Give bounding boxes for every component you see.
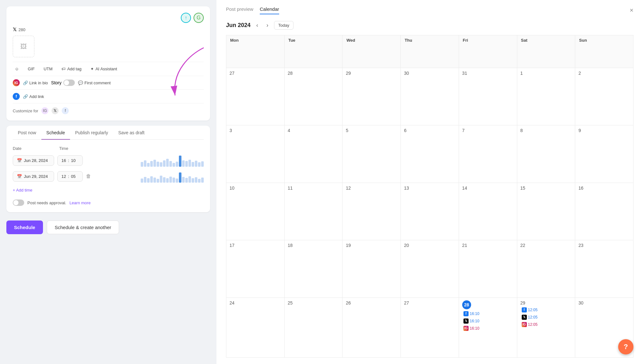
close-button[interactable]: × [630,7,633,14]
bar [144,177,146,183]
cal-cell-jun25[interactable]: 25 [285,298,343,358]
customize-label: Customize for [13,108,38,113]
time-input-2[interactable]: 12 : 05 [57,171,83,182]
cal-cell-jun29[interactable]: 29 f 12:05 𝕏 12:05 IG 12:05 [517,298,576,358]
event-ig-1610-28[interactable]: IG 16:10 [462,325,514,332]
tab-post-preview[interactable]: Post preview [226,6,253,14]
link-in-bio-button[interactable]: 🔗 Link in bio [23,80,48,85]
help-button[interactable]: ? [618,339,633,354]
cal-cell-jun16[interactable]: 16 [575,183,633,241]
cal-cell-jun18[interactable]: 18 [285,240,343,298]
cal-cell-jun6[interactable]: 6 [401,125,459,183]
event-tw-1205-29[interactable]: 𝕏 12:05 [520,314,572,320]
event-time: 12:05 [528,308,538,312]
time-min-1: 10 [71,158,75,163]
add-time-button[interactable]: + Add time [13,186,204,194]
cal-cell-jun3[interactable]: 3 [226,125,285,183]
bar [166,178,169,183]
link-icon: 🔗 [23,80,28,85]
tab-publish-regularly[interactable]: Publish regularly [70,126,113,140]
tab-save-as-draft[interactable]: Save as draft [113,126,150,140]
add-tag-button[interactable]: 🏷 Add tag [60,65,83,73]
bar [150,161,153,167]
cal-cell-jun28[interactable]: 28 f 16:10 𝕏 16:10 IG 16:10 [459,298,517,358]
cal-cell-jun24[interactable]: 24 [226,298,285,358]
cal-cell-jun12[interactable]: 12 [343,183,401,241]
cal-cell-jun4[interactable]: 4 [285,125,343,183]
story-toggle-switch[interactable] [63,80,75,86]
char-count-row: 𝕏 280 [13,27,204,32]
approval-toggle[interactable] [13,200,24,206]
next-month-button[interactable]: › [264,21,271,30]
cal-cell-may31[interactable]: 31 [459,68,517,126]
cal-cell-jun9[interactable]: 9 [575,125,633,183]
gif-button[interactable]: GIF [26,65,37,73]
time-hour-2: 12 [61,174,66,179]
schedule-button[interactable]: Schedule [6,220,43,234]
cal-cell-jun26[interactable]: 26 [343,298,401,358]
cal-cell-jun19[interactable]: 19 [343,240,401,298]
cal-cell-jun2[interactable]: 2 [575,68,633,126]
customize-facebook-icon[interactable]: f [62,107,69,114]
cal-cell-jun14[interactable]: 14 [459,183,517,241]
today-button[interactable]: Today [274,21,293,30]
cal-cell-jun7[interactable]: 7 [459,125,517,183]
event-tw-1610-28[interactable]: 𝕏 16:10 [462,318,514,324]
date-input-1[interactable]: 📅 Jun 28, 2024 [13,155,54,166]
customize-x-icon[interactable]: 𝕏 [52,107,59,114]
delete-time-2-button[interactable]: 🗑 [86,173,91,179]
tab-schedule[interactable]: Schedule [41,126,70,140]
calendar-grid: Mon Tue Wed Thu Fri Sat Sun 27 28 29 30 … [226,35,633,358]
cal-cell-may30[interactable]: 30 [401,68,459,126]
event-time: 12:05 [528,315,538,319]
time-input-1[interactable]: 16 : 10 [57,155,83,166]
schedule-create-another-button[interactable]: Schedule & create another [47,220,119,234]
day-num: 13 [404,186,456,191]
cal-cell-may27[interactable]: 27 [226,68,285,126]
facebook-event-icon: f [522,307,527,312]
event-fb-1205-29[interactable]: f 12:05 [520,307,572,313]
grammarly-icon[interactable]: G [194,13,204,23]
add-link-button[interactable]: 🔗 Add link [23,94,44,99]
image-upload[interactable]: 🖼 [13,36,34,57]
bar [185,178,188,183]
event-fb-1610-28[interactable]: f 16:10 [462,311,514,317]
calendar-icon-2: 📅 [17,174,22,179]
cal-cell-jun17[interactable]: 17 [226,240,285,298]
tabs-row: Post now Schedule Publish regularly Save… [13,126,204,140]
cal-cell-jun22[interactable]: 22 [517,240,576,298]
day-num: 8 [520,128,572,133]
cal-cell-jun11[interactable]: 11 [285,183,343,241]
cal-cell-jun20[interactable]: 20 [401,240,459,298]
cal-cell-jun23[interactable]: 23 [575,240,633,298]
event-ig-1205-29[interactable]: IG 12:05 [520,321,572,328]
customize-instagram-icon[interactable]: IG [41,107,48,114]
tab-post-now[interactable]: Post now [13,126,41,140]
date-input-2[interactable]: 📅 Jun 29, 2024 [13,171,54,182]
emoji-button[interactable]: ☺ [13,65,21,73]
cal-cell-jun8[interactable]: 8 [517,125,576,183]
prev-month-button[interactable]: ‹ [254,21,261,30]
ai-assistant-button[interactable]: ✦ AI Assistant [88,65,119,73]
cal-cell-jun5[interactable]: 5 [343,125,401,183]
day-num: 29 [346,71,397,76]
cal-cell-jun13[interactable]: 13 [401,183,459,241]
bar [153,160,156,167]
twitter-event-icon: 𝕏 [463,318,469,324]
cal-cell-may28[interactable]: 28 [285,68,343,126]
cal-cell-jun21[interactable]: 21 [459,240,517,298]
bar [163,177,166,183]
learn-more-link[interactable]: Learn more [69,200,90,205]
tab-calendar[interactable]: Calendar [260,6,279,14]
cal-cell-jun1[interactable]: 1 [517,68,576,126]
bar-chart-2 [141,170,204,183]
day-num: 12 [346,186,397,191]
cal-cell-jun15[interactable]: 15 [517,183,576,241]
cal-cell-jun27[interactable]: 27 [401,298,459,358]
cal-cell-may29[interactable]: 29 [343,68,401,126]
first-comment-button[interactable]: 💬 First comment [78,80,110,85]
utm-button[interactable]: UTM [42,65,54,73]
link-icon2: 🔗 [23,94,28,99]
spellcheck-icon[interactable]: ↑ [181,13,191,23]
cal-cell-jun10[interactable]: 10 [226,183,285,241]
